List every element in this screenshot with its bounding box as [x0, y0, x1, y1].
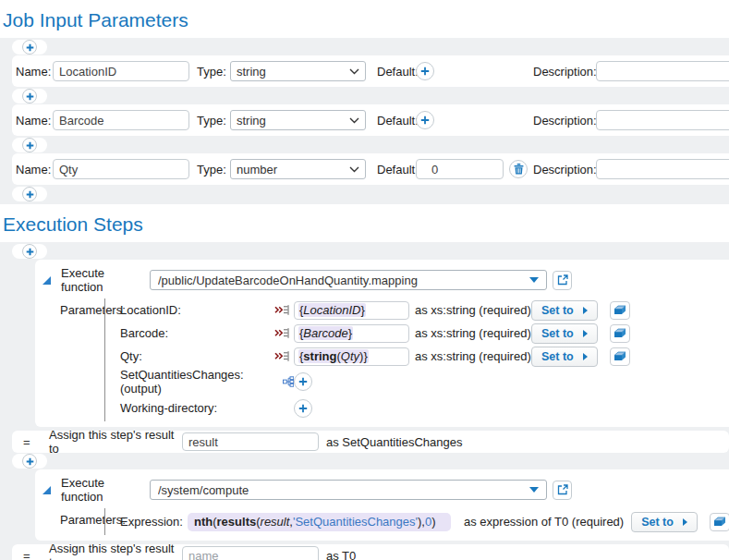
default-cell [416, 111, 533, 129]
add-step-tab [12, 454, 47, 469]
collapse-step-toggle[interactable] [42, 275, 53, 286]
arrow-right-icon [583, 353, 588, 360]
add-parameter-tab [12, 187, 47, 201]
clear-value-button[interactable] [710, 513, 729, 531]
parameter-value-input[interactable]: {Barcode} [294, 324, 409, 343]
parameter-name-input[interactable] [53, 159, 189, 179]
execution-step-2: Execute function /system/compute Paramet… [35, 469, 729, 541]
parameter-type-select[interactable]: string [230, 61, 366, 81]
collapse-step-toggle[interactable] [42, 485, 53, 495]
clear-value-button[interactable] [610, 324, 630, 343]
eraser-icon [614, 351, 626, 361]
name-label: Name: [16, 114, 53, 128]
parameter-type-select[interactable]: number [230, 159, 366, 179]
function-parameter-row: Barcode: {Barcode} as xs:string (require… [120, 322, 729, 345]
parameter-type-note: as xs:string (required) [415, 326, 529, 340]
result-type-note: as SetQuantitiesChanges [326, 435, 462, 449]
function-parameter-row: SetQuantitiesChanges: (output) [120, 368, 729, 395]
chevron-down-icon [349, 117, 359, 124]
default-value-input[interactable] [416, 159, 504, 179]
open-function-button[interactable] [553, 481, 572, 500]
parameter-value-input[interactable]: {LocationID} [294, 301, 409, 320]
result-type-note: as T0 [326, 549, 356, 560]
parameter-type-note: as expression of T0 (required) [464, 515, 624, 529]
name-label: Name: [16, 163, 53, 177]
add-parameter-tab [12, 40, 47, 55]
chevron-down-icon [349, 166, 359, 173]
external-link-icon [557, 274, 568, 286]
parameter-label: Barcode: [120, 326, 274, 340]
description-label: Description: [533, 65, 596, 79]
type-label: Type: [197, 163, 230, 177]
working-directory-label: Working-directory: [120, 401, 294, 415]
dropdown-arrow-icon [529, 277, 539, 283]
eraser-icon [713, 517, 726, 527]
parameter-type-select[interactable]: string [230, 110, 366, 130]
assign-result-label: Assign this step's result to [49, 542, 182, 560]
equals-sign: = [23, 549, 49, 560]
parameter-description-input[interactable] [596, 110, 729, 130]
plus-icon [298, 377, 308, 386]
expression-label: Expression: [120, 515, 188, 529]
set-to-button[interactable]: Set to [531, 347, 598, 367]
plus-icon [26, 190, 34, 199]
type-label: Type: [197, 65, 230, 79]
arrow-right-icon [583, 330, 588, 337]
plus-icon [420, 116, 430, 125]
structure-icon [283, 376, 294, 387]
parameter-name-input[interactable] [53, 61, 189, 81]
step-parameters: Parameters: Expression: nth(results(resu… [35, 508, 729, 541]
add-default-button[interactable] [416, 62, 434, 80]
parameter-description-input[interactable] [596, 61, 729, 81]
add-parameter-tab [12, 89, 47, 103]
add-parameter-button[interactable] [22, 187, 37, 201]
set-to-button[interactable]: Set to [531, 323, 598, 344]
open-function-button[interactable] [553, 271, 572, 290]
parameter-label: LocationID: [120, 303, 274, 317]
name-label: Name: [16, 65, 53, 79]
default-cell [416, 159, 533, 179]
set-to-button[interactable]: Set to [631, 512, 698, 532]
function-combo[interactable]: /public/UpdateBarcodeOnHandQuantity.mapp… [150, 270, 547, 290]
dropdown-arrow-icon [529, 487, 539, 493]
parameter-description-input[interactable] [596, 159, 729, 179]
expression-input[interactable]: nth(results(result, 'SetQuantitiesChange… [188, 513, 451, 531]
add-default-button[interactable] [416, 111, 434, 129]
eraser-icon [614, 305, 626, 315]
plus-icon [26, 248, 34, 256]
plus-icon [420, 67, 430, 76]
add-step-tab [12, 244, 47, 259]
plus-icon [26, 457, 34, 466]
set-to-button[interactable]: Set to [531, 300, 598, 321]
function-parameter-row: Working-directory: [120, 395, 729, 421]
execution-steps-title: Execution Steps [0, 204, 729, 242]
eraser-icon [614, 328, 626, 338]
step-parameters: Parameters: LocationID: {LocationID} as … [35, 298, 729, 427]
parameter-value-input[interactable]: {string(Qty)} [294, 347, 409, 366]
delete-default-button[interactable] [509, 160, 528, 178]
add-working-directory-button[interactable] [294, 399, 312, 418]
plus-icon [298, 404, 308, 413]
default-cell [416, 62, 533, 80]
clear-value-button[interactable] [610, 347, 630, 366]
add-step-button[interactable] [22, 244, 37, 259]
assign-result-row: = Assign this step's result to as T0 [12, 544, 729, 560]
selected-type: number [237, 163, 349, 177]
function-parameter-row: Expression: nth(results(result, 'SetQuan… [120, 508, 729, 535]
add-parameter-button[interactable] [22, 89, 37, 103]
function-parameter-row: LocationID: {LocationID} as xs:string (r… [120, 298, 729, 322]
result-name-input[interactable] [182, 432, 319, 451]
add-parameter-button[interactable] [22, 40, 37, 55]
function-parameter-row: Qty: {string(Qty)} as xs:string (require… [120, 345, 729, 368]
clear-value-button[interactable] [610, 301, 630, 320]
value-setter-icon [274, 327, 289, 339]
result-name-input[interactable] [182, 546, 319, 560]
collapse-triangle-icon [42, 275, 52, 286]
plus-icon [26, 43, 34, 52]
function-combo[interactable]: /system/compute [150, 480, 547, 500]
add-parameter-button[interactable] [22, 138, 37, 152]
add-output-target-button[interactable] [294, 372, 312, 391]
add-step-button[interactable] [22, 454, 37, 469]
default-label: Default: [377, 163, 416, 177]
parameter-name-input[interactable] [53, 110, 189, 130]
